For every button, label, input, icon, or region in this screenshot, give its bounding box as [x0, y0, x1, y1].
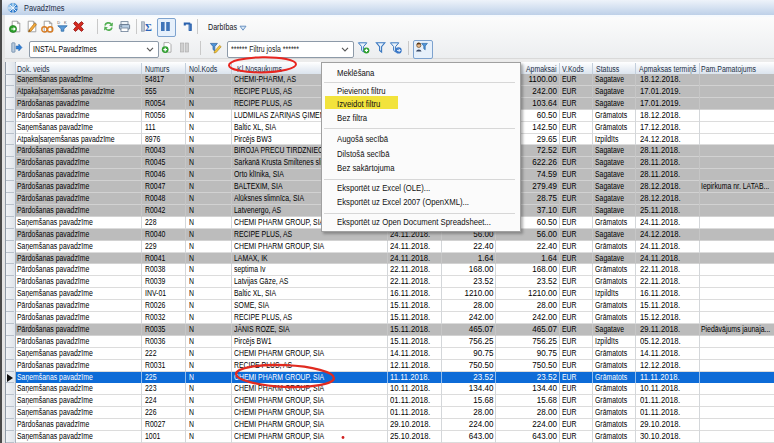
- svg-text:D: D: [57, 20, 60, 25]
- svg-text:K: K: [64, 20, 67, 25]
- svg-text:Σ: Σ: [145, 22, 152, 33]
